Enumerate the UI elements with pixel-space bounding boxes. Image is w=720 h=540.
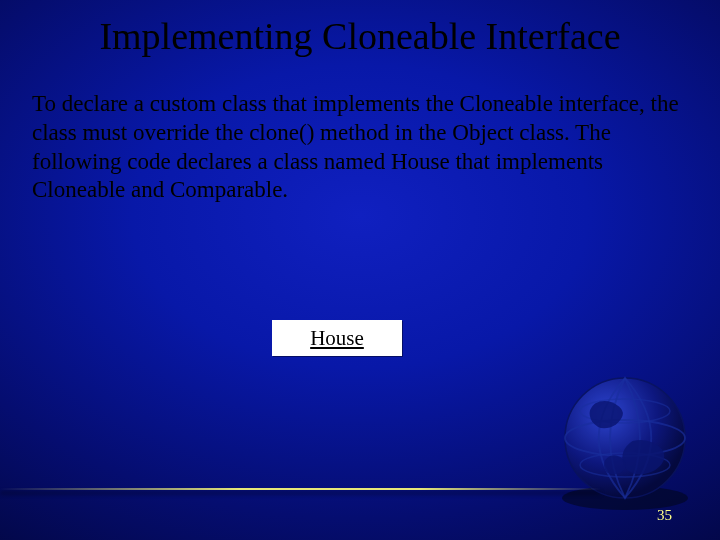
slide-body-text: To declare a custom class that implement…: [32, 90, 688, 205]
slide: Implementing Cloneable Interface To decl…: [0, 0, 720, 540]
page-number: 35: [657, 507, 672, 524]
slide-title: Implementing Cloneable Interface: [0, 14, 720, 58]
svg-point-1: [565, 378, 685, 498]
house-link-label: House: [310, 326, 364, 351]
divider-line: [0, 488, 600, 490]
house-link-button[interactable]: House: [272, 320, 402, 356]
globe-icon: [550, 366, 700, 516]
